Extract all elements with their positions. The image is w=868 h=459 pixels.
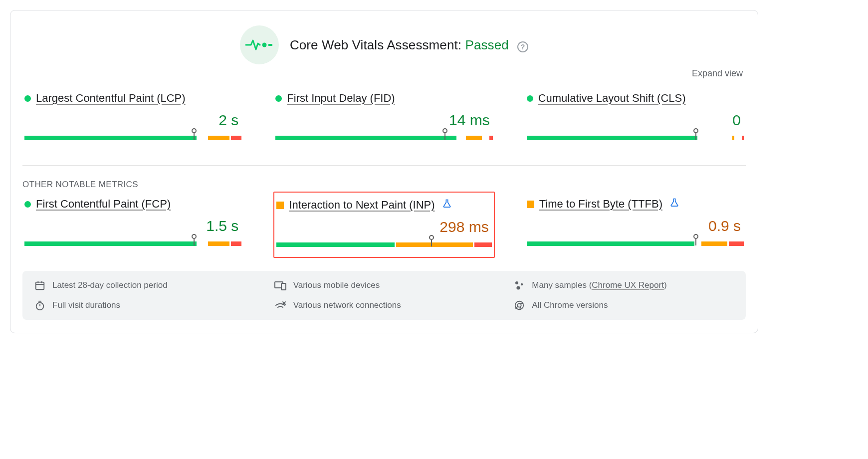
distribution-bar [527,235,744,246]
distribution-bar [24,130,241,140]
metric-value: 298 ms [276,219,488,235]
chrome-icon [514,300,525,311]
footer-samples: Many samples (Chrome UX Report) [514,280,734,291]
status-warn-icon [276,202,284,209]
percentile-marker [192,234,197,245]
dist-segment [208,136,229,140]
metric-name[interactable]: Time to First Byte (TTFB) [539,198,662,211]
status-good-icon [275,95,282,102]
metric-title-row: First Contentful Paint (FCP) [24,198,241,211]
dist-segment [275,136,456,140]
footer-devices-text: Various mobile devices [293,280,380,290]
divider [22,165,746,166]
metric-time-to-first-byte-ttfb-[interactable]: Time to First Byte (TTFB) 0.9 s [525,192,746,258]
devices-icon [274,280,286,290]
metric-value: 14 ms [275,112,489,129]
dist-segment [483,136,488,140]
assessment-status: Passed [465,37,508,52]
metric-value: 2 s [24,112,238,129]
assessment-title: Core Web Vitals Assessment: Passed ? [290,37,528,53]
footer-info: Latest 28-day collection period Various … [22,271,746,320]
metric-name[interactable]: Cumulative Layout Shift (CLS) [538,92,686,105]
help-icon[interactable]: ? [517,41,528,52]
footer-devices: Various mobile devices [274,280,494,291]
metric-title-row: Largest Contentful Paint (LCP) [24,92,241,105]
metric-first-input-delay-fid-[interactable]: First Input Delay (FID) 14 ms [273,86,494,150]
dist-segment [198,136,207,140]
metric-cumulative-layout-shift-cls-[interactable]: Cumulative Layout Shift (CLS) 0 [525,86,746,150]
percentile-marker [429,235,434,246]
dist-segment [208,241,229,246]
dist-segment [527,136,697,140]
other-metrics-row: First Contentful Paint (FCP) 1.5 s Inter… [22,192,746,258]
footer-networks-text: Various network connections [293,300,401,310]
metric-name[interactable]: Largest Contentful Paint (LCP) [36,92,186,105]
distribution-bar [276,236,491,247]
svg-rect-1 [268,44,272,46]
svg-point-10 [517,286,520,289]
svg-point-0 [262,43,266,47]
percentile-marker [192,128,197,140]
metric-largest-contentful-paint-lcp-[interactable]: Largest Contentful Paint (LCP) 2 s [22,86,243,150]
flask-icon [669,198,679,211]
status-good-icon [527,95,533,102]
metric-title-row: Time to First Byte (TTFB) [527,198,744,211]
dist-segment [458,136,465,140]
metric-value: 0 [527,112,741,129]
dist-segment [729,241,744,246]
percentile-marker [693,128,698,140]
svg-point-11 [36,303,44,310]
dist-segment [732,136,734,140]
calendar-icon [34,280,45,291]
expand-view-button[interactable]: Expand view [22,68,743,79]
metric-interaction-to-next-paint-inp-[interactable]: Interaction to Next Paint (INP) 298 ms [273,192,494,258]
footer-versions: All Chrome versions [514,300,734,311]
metric-name[interactable]: First Contentful Paint (FCP) [36,198,171,211]
dist-segment [699,136,731,140]
status-warn-icon [527,201,534,208]
svg-rect-7 [281,283,286,290]
distribution-bar [24,235,241,246]
dist-segment [474,242,491,247]
dist-segment [231,241,242,246]
metric-title-row: First Input Delay (FID) [275,92,492,105]
dist-segment [24,241,197,246]
header: Core Web Vitals Assessment: Passed ? [22,25,746,64]
metric-title-row: Interaction to Next Paint (INP) [276,199,491,212]
svg-rect-2 [36,282,44,290]
footer-collection-period: Latest 28-day collection period [34,280,254,291]
metric-name[interactable]: First Input Delay (FID) [287,92,395,105]
metric-name[interactable]: Interaction to Next Paint (INP) [289,199,434,212]
dist-segment [198,241,207,246]
dist-segment [231,136,242,140]
stopwatch-icon [34,300,45,311]
svg-point-9 [521,283,523,285]
dist-segment [736,136,740,140]
footer-durations: Full visit durations [34,300,254,311]
footer-samples-prefix: Many samples ( [532,280,592,290]
percentile-marker [442,128,447,140]
svg-point-8 [515,281,518,284]
core-metrics-row: Largest Contentful Paint (LCP) 2 s First… [22,86,746,150]
footer-durations-text: Full visit durations [52,300,120,310]
dist-segment [396,242,473,247]
status-good-icon [24,201,31,208]
metric-value: 0.9 s [527,218,741,234]
flask-icon [442,199,452,212]
dist-segment [466,136,482,140]
percentile-marker [693,234,698,245]
footer-networks: Various network connections [274,300,494,311]
status-good-icon [24,95,31,102]
distribution-bar [275,130,492,140]
footer-collection-period-text: Latest 28-day collection period [52,280,168,290]
metric-first-contentful-paint-fcp-[interactable]: First Contentful Paint (FCP) 1.5 s [22,192,243,258]
dist-segment [276,242,394,247]
dist-segment [742,136,744,140]
network-icon [274,300,286,310]
crux-report-link[interactable]: Chrome UX Report [592,280,664,290]
other-metrics-label: OTHER NOTABLE METRICS [22,180,746,190]
vitals-pulse-icon [240,25,279,64]
dist-segment [527,241,694,246]
scatter-icon [514,280,525,291]
assessment-title-prefix: Core Web Vitals Assessment: [290,37,461,52]
